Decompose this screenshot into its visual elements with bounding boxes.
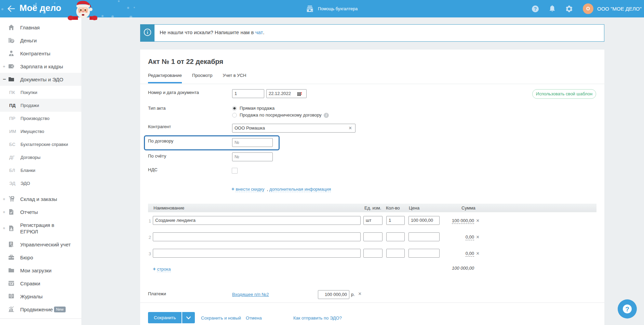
svg-text:?: ? [534,6,537,12]
